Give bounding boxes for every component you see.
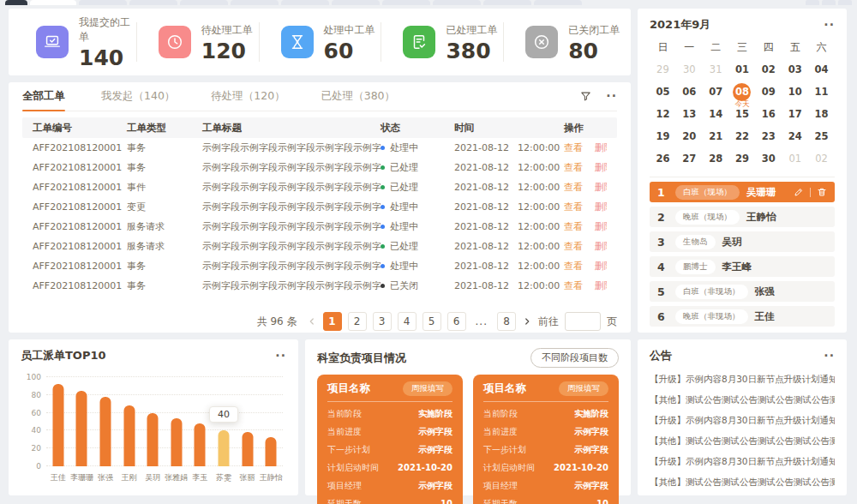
calendar-day[interactable]: 12 — [650, 103, 676, 125]
bar-slot[interactable]: 李珊珊 — [70, 377, 94, 466]
more-icon[interactable] — [824, 350, 835, 363]
top-tab-stub[interactable] — [129, 0, 177, 5]
tab-workorders-3[interactable]: 已处理（380） — [321, 82, 395, 111]
schedule-row[interactable]: 2 晚班（现场） 王静怡 — [650, 207, 835, 227]
trash-icon[interactable] — [817, 187, 827, 197]
bar[interactable] — [52, 384, 63, 466]
filter-icon[interactable] — [579, 90, 592, 103]
bar[interactable] — [147, 413, 159, 466]
announcement-item[interactable]: 【其他】测试公告测试公告测试公告测试公告测试公告 — [650, 471, 835, 492]
goto-page-input[interactable] — [565, 312, 601, 331]
calendar-day[interactable]: 31 — [703, 58, 729, 81]
view-link[interactable]: 查看 — [564, 181, 583, 194]
calendar-day[interactable]: 16 — [755, 103, 782, 125]
calendar-day[interactable]: 26 — [650, 147, 676, 170]
calendar-day[interactable]: 24 — [782, 125, 808, 147]
prev-page-button[interactable] — [307, 316, 317, 327]
bar[interactable] — [99, 397, 111, 466]
bar-slot[interactable]: 李玉 — [189, 377, 213, 466]
bar-slot[interactable]: 张雅娟 — [165, 377, 189, 466]
top-control-stub[interactable] — [806, 0, 819, 5]
calendar-day[interactable]: 30 — [676, 58, 703, 81]
announcement-item[interactable]: 【升级】示例内容8月30日新节点升级计划通知 — [650, 451, 835, 471]
delete-link[interactable]: 删除 — [595, 181, 607, 194]
page-button-4[interactable]: 4 — [398, 312, 417, 331]
calendar-day[interactable]: 04 — [808, 58, 835, 81]
schedule-row[interactable]: 1 白班（现场） 吴珊珊 — [650, 182, 835, 202]
view-link[interactable]: 查看 — [564, 220, 583, 233]
calendar-day[interactable]: 27 — [676, 147, 703, 170]
delete-link[interactable]: 删除 — [595, 161, 607, 174]
bar-slot[interactable]: 张强 — [93, 377, 117, 466]
view-link[interactable]: 查看 — [564, 240, 583, 253]
page-button-2[interactable]: 2 — [348, 312, 367, 331]
announcement-item[interactable]: 【其他】测试公告测试公告测试公告测试公告测试公告 — [650, 389, 835, 410]
delete-link[interactable]: 删除 — [595, 201, 607, 213]
top-tab-stub[interactable] — [231, 0, 279, 5]
view-link[interactable]: 查看 — [564, 161, 583, 174]
page-button-8[interactable]: 8 — [497, 312, 516, 331]
page-button-5[interactable]: 5 — [423, 312, 441, 331]
top-control-stub[interactable] — [822, 0, 836, 5]
top-tab-stub[interactable] — [281, 0, 329, 5]
top-tab-stub[interactable] — [5, 0, 27, 5]
page-button-1[interactable]: 1 — [323, 312, 342, 331]
calendar-day[interactable]: 28 — [703, 147, 729, 170]
calendar-day[interactable]: 09 — [755, 81, 782, 103]
bar[interactable] — [242, 432, 253, 466]
more-icon[interactable] — [824, 19, 835, 32]
schedule-row[interactable]: 3 生物岛 吴玥 — [650, 231, 835, 252]
page-button-3[interactable]: 3 — [373, 312, 392, 331]
calendar-day[interactable]: 22 — [729, 125, 756, 147]
calendar-day[interactable]: 02 — [755, 58, 782, 81]
top-control-stub[interactable] — [838, 0, 852, 5]
schedule-row[interactable]: 4 鹏博士 李王峰 — [650, 256, 835, 277]
delete-link[interactable]: 删除 — [595, 260, 607, 273]
calendar-day[interactable]: 20 — [676, 125, 703, 147]
delete-link[interactable]: 删除 — [595, 240, 607, 253]
view-link[interactable]: 查看 — [564, 260, 583, 273]
top-tab-stub[interactable] — [79, 0, 127, 5]
view-link[interactable]: 查看 — [564, 201, 583, 213]
bar[interactable] — [195, 423, 206, 466]
view-link[interactable]: 查看 — [564, 141, 583, 154]
edit-icon[interactable] — [794, 187, 804, 197]
announcement-item[interactable]: 【升级】示例内容8月30日新节点升级计划通知 — [650, 369, 835, 389]
bar-slot[interactable]: 王静怡 — [259, 377, 283, 466]
calendar-day[interactable]: 07 — [703, 81, 729, 103]
calendar-day[interactable]: 13 — [676, 103, 703, 125]
calendar-day[interactable]: 14 — [703, 103, 729, 125]
next-page-button[interactable] — [522, 316, 532, 327]
top-tab-stub[interactable] — [180, 0, 228, 5]
calendar-day[interactable]: 18 — [808, 103, 835, 125]
bar[interactable] — [76, 391, 87, 466]
bar-slot[interactable]: 王刚 — [117, 377, 141, 466]
calendar-day[interactable]: 05 — [650, 81, 676, 103]
tab-workorders-1[interactable]: 我发起（140） — [101, 82, 175, 111]
more-icon[interactable] — [606, 90, 617, 103]
delete-link[interactable]: 删除 — [595, 220, 607, 233]
bar-slot[interactable]: 40 苏雯 — [212, 377, 236, 466]
calendar-day[interactable]: 10 — [782, 81, 808, 103]
schedule-row[interactable]: 5 白班（非现场） 张强 — [650, 281, 835, 302]
announcement-item[interactable]: 【升级】示例内容8月30日新节点升级计划通知 — [650, 410, 835, 430]
delete-link[interactable]: 删除 — [595, 141, 607, 154]
calendar-day[interactable]: 29 — [729, 147, 756, 170]
view-link[interactable]: 查看 — [564, 279, 583, 292]
tab-workorders-0[interactable]: 全部工单 — [22, 82, 65, 111]
calendar-day[interactable]: 03 — [782, 58, 808, 81]
page-button-...[interactable]: ... — [472, 312, 491, 331]
bar[interactable] — [171, 418, 182, 466]
calendar-day[interactable]: 21 — [703, 125, 729, 147]
bar[interactable] — [218, 430, 229, 466]
delete-link[interactable]: 删除 — [595, 279, 607, 292]
top-tab-stub[interactable] — [534, 0, 582, 5]
bar[interactable] — [266, 437, 277, 466]
bar[interactable] — [123, 405, 135, 466]
top-tab-stub[interactable] — [332, 0, 380, 5]
schedule-row[interactable]: 6 晚班（非现场） 王佳 — [650, 306, 835, 327]
announcement-item[interactable]: 【其他】测试公告测试公告测试公告测试公告测试公告 — [650, 430, 835, 451]
calendar-day[interactable]: 06 — [676, 81, 703, 103]
calendar-day[interactable]: 17 — [782, 103, 808, 125]
page-button-6[interactable]: 6 — [447, 312, 466, 331]
